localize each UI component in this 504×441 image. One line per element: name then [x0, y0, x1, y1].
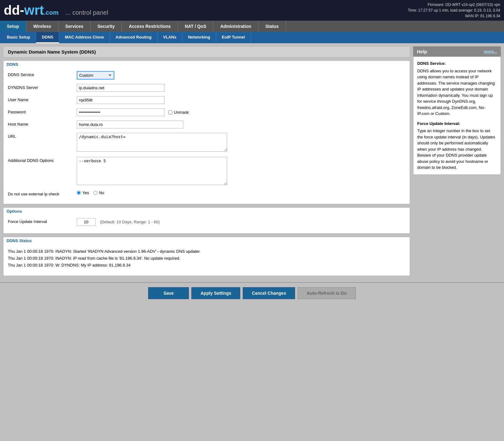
status-line-1: Thu Jan 1 00:00:18 1970: INADYN: Started… — [8, 248, 405, 255]
password-control: Unmask — [77, 108, 405, 116]
yes-radio[interactable] — [77, 191, 81, 195]
top-nav-status[interactable]: Status — [258, 21, 286, 32]
status-line-3: Thu Jan 1 00:00:18 1970: W: DYNDNS: My I… — [8, 262, 405, 269]
password-row-inner: Unmask — [77, 108, 405, 116]
ddns-service-label: DDNS Service — [8, 71, 77, 77]
unmask-text: Unmask — [174, 110, 189, 115]
yes-radio-label[interactable]: Yes — [77, 190, 89, 195]
footer: Save Apply Settings Cancel Changes Auto-… — [0, 282, 504, 304]
ddns-service-select[interactable]: Custom DynDNS No-IP ZoneEdit Afraid.org — [77, 71, 114, 80]
additional-row: Additional DDNS Options --verbose 5 — [8, 157, 405, 186]
help-ddns-title: DDNS Service: — [417, 60, 497, 67]
left-column: Dynamic Domain Name System (DDNS) DDNS D… — [3, 46, 410, 279]
sub-nav-mac[interactable]: MAC Address Clone — [59, 32, 110, 43]
hostname-control — [77, 121, 405, 128]
no-radio[interactable] — [93, 191, 97, 195]
help-ddns-text: DDNS allows you to access your network u… — [417, 68, 497, 117]
dyndns-server-label: DYNDNS Server — [8, 84, 77, 90]
force-update-row: Force Update Interval (Default: 10 Days,… — [8, 218, 405, 226]
options-section: Options Force Update Interval (Default: … — [3, 207, 410, 234]
sub-nav: Basic Setup DDNS MAC Address Clone Advan… — [0, 32, 504, 43]
sub-nav-basic[interactable]: Basic Setup — [1, 32, 36, 43]
ddns-section-header: DDNS — [3, 61, 410, 68]
hostname-row: Host Name — [8, 121, 405, 128]
additional-textarea[interactable]: --verbose 5 — [77, 157, 227, 185]
ddns-status-header: DDNS Status — [3, 237, 410, 244]
sub-nav-networking[interactable]: Networking — [182, 32, 216, 43]
force-update-input[interactable] — [77, 218, 96, 226]
top-nav-security[interactable]: Security — [91, 21, 122, 32]
logo-area: dd-wrt.com ... control panel — [4, 3, 108, 18]
additional-label: Additional DDNS Options — [8, 157, 77, 163]
external-ip-row: Do not use external ip check Yes No — [8, 190, 405, 196]
help-force-title: Force Update Interval: — [417, 121, 497, 127]
username-control — [77, 96, 405, 104]
sub-nav-ddns[interactable]: DDNS — [36, 32, 59, 43]
dyndns-server-input[interactable] — [77, 84, 164, 92]
dyndns-server-control — [77, 84, 405, 92]
help-more-link[interactable]: more... — [484, 49, 497, 54]
header: dd-wrt.com ... control panel Firmware: D… — [0, 0, 504, 21]
additional-control: --verbose 5 — [77, 157, 405, 186]
top-nav-admin[interactable]: Administration — [213, 21, 258, 32]
main-layout: Dynamic Domain Name System (DDNS) DDNS D… — [0, 43, 504, 282]
help-header: Help more... — [413, 46, 501, 57]
hostname-label: Host Name — [8, 121, 77, 127]
help-force-text: Type an integer number in the box to set… — [417, 128, 497, 171]
url-textarea[interactable]: /dynamic.duia?host= — [77, 133, 227, 152]
sub-nav-vlans[interactable]: VLANs — [158, 32, 183, 43]
username-label: User Name — [8, 96, 77, 102]
sub-nav-eoip[interactable]: EoIP Tunnel — [216, 32, 251, 43]
top-nav-access[interactable]: Access Restrictions — [122, 21, 178, 32]
yes-label: Yes — [82, 190, 89, 195]
ddns-status-section: DDNS Status Thu Jan 1 00:00:18 1970: INA… — [3, 237, 410, 276]
url-label: URL — [8, 133, 77, 139]
autorefresh-button[interactable]: Auto-Refresh is On — [298, 287, 356, 299]
force-update-hint: (Default: 10 Days, Range: 1 - 60) — [100, 220, 160, 224]
top-nav-nat[interactable]: NAT / QoS — [178, 21, 213, 32]
options-content: Force Update Interval (Default: 10 Days,… — [3, 215, 410, 233]
force-update-control: (Default: 10 Days, Range: 1 - 60) — [77, 218, 405, 226]
top-nav-wireless[interactable]: Wireless — [26, 21, 58, 32]
save-button[interactable]: Save — [148, 287, 189, 299]
url-row: URL /dynamic.duia?host= — [8, 133, 405, 153]
password-row: Password Unmask — [8, 108, 405, 116]
force-update-label: Force Update Interval — [8, 218, 77, 224]
unmask-checkbox[interactable] — [168, 110, 172, 114]
apply-settings-button[interactable]: Apply Settings — [191, 287, 240, 299]
no-radio-label[interactable]: No — [93, 190, 104, 195]
top-nav: Setup Wireless Services Security Access … — [0, 21, 504, 32]
page-title: Dynamic Domain Name System (DDNS) — [3, 46, 410, 57]
ddns-service-row: DDNS Service Custom DynDNS No-IP ZoneEdi… — [8, 71, 405, 80]
cancel-changes-button[interactable]: Cancel Changes — [243, 287, 295, 299]
ddns-section-content: DDNS Service Custom DynDNS No-IP ZoneEdi… — [3, 68, 410, 204]
password-label: Password — [8, 108, 77, 114]
unmask-label[interactable]: Unmask — [168, 110, 189, 115]
hostname-input[interactable] — [77, 121, 183, 128]
options-header: Options — [3, 208, 410, 215]
logo-tagline: ... control panel — [65, 9, 108, 16]
sub-nav-routing[interactable]: Advanced Routing — [110, 32, 158, 43]
ddns-service-control: Custom DynDNS No-IP ZoneEdit Afraid.org — [77, 71, 405, 80]
username-input[interactable] — [77, 96, 164, 104]
ddns-status-content: Thu Jan 1 00:00:18 1970: INADYN: Started… — [3, 244, 410, 276]
url-control: /dynamic.duia?host= — [77, 133, 405, 153]
password-input[interactable] — [77, 108, 164, 116]
external-ip-label: Do not use external ip check — [8, 190, 77, 196]
top-nav-services[interactable]: Services — [58, 21, 91, 32]
dyndns-server-row: DYNDNS Server — [8, 84, 405, 92]
external-ip-control: Yes No — [77, 190, 405, 195]
help-panel: Help more... DDNS Service: DDNS allows y… — [413, 46, 501, 279]
top-nav-setup[interactable]: Setup — [0, 21, 26, 32]
ddns-section: DDNS DDNS Service Custom DynDNS No-IP Zo… — [3, 60, 410, 204]
firmware-info: Firmware: DD-WRT v24-sp2 (08/07/10) vpn … — [408, 2, 500, 19]
help-title: Help — [417, 49, 427, 54]
external-ip-radio-group: Yes No — [77, 190, 405, 195]
no-label: No — [99, 190, 104, 195]
status-line-2: Thu Jan 1 00:00:18 1970: INADYN: IP read… — [8, 255, 405, 262]
username-row: User Name — [8, 96, 405, 104]
logo: dd-wrt.com ... control panel — [4, 3, 108, 18]
help-content: DDNS Service: DDNS allows you to access … — [413, 57, 501, 175]
